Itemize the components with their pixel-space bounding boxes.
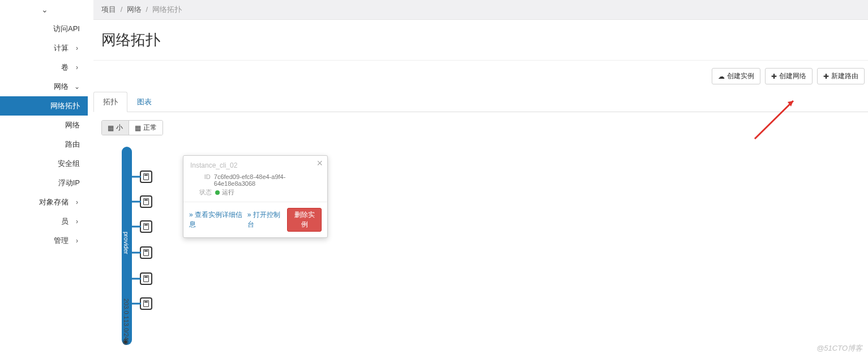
server-icon	[143, 223, 149, 230]
sidebar-item-object-storage[interactable]: 对象存储 ›	[0, 193, 88, 212]
grid-icon: ▦	[135, 124, 141, 132]
create-router-button[interactable]: ✚ 新建路由	[817, 68, 865, 84]
chevron-down-icon: ⌄	[74, 83, 80, 91]
cloud-upload-icon: ☁	[718, 73, 725, 80]
sidebar-item-admin[interactable]: 管理 ›	[0, 231, 88, 250]
instance-node[interactable]	[140, 272, 152, 285]
watermark: @51CTO博客	[816, 343, 862, 353]
chevron-right-icon: ›	[74, 198, 80, 206]
plus-icon: ✚	[823, 73, 829, 80]
popover-status-label: 状态	[190, 188, 215, 197]
sidebar-item-network[interactable]: 网络 ⌄	[0, 77, 88, 96]
chevron-right-icon: ›	[74, 218, 80, 225]
globe-icon: ◉	[122, 337, 129, 346]
chevron-right-icon: ›	[74, 63, 80, 71]
sidebar-item-floating-ips[interactable]: 浮动IP	[0, 173, 88, 193]
tab-row: 拓扑 图表	[93, 92, 868, 112]
chevron-down-icon: ⌄	[41, 5, 47, 14]
status-dot-icon	[215, 190, 220, 195]
popover-title: Instance_cli_02	[183, 156, 327, 173]
sidebar-api-link[interactable]: 访问API	[0, 19, 88, 39]
instance-node[interactable]	[140, 171, 152, 183]
instance-node[interactable]	[140, 220, 152, 233]
sidebar-item-routers[interactable]: 路由	[0, 135, 88, 154]
close-icon[interactable]: ×	[317, 158, 323, 168]
topology-canvas: provider 203.0.113.0/24 ◉ × Instance_cli…	[116, 147, 868, 358]
popover-id-value: 7c6fed09-efc8-48e4-a9f4-64e18e8a3068	[214, 173, 320, 187]
sidebar-item-networks[interactable]: 网络	[0, 116, 88, 135]
open-console-link[interactable]: » 打开控制台	[247, 210, 283, 229]
popover-id-label: ID	[190, 173, 214, 187]
sidebar: ⌄ 访问API 计算 › 卷 › 网络 ⌄ 网络拓扑 网络 路由 安全组 浮动I…	[0, 0, 88, 358]
grid-icon: ▦	[108, 124, 114, 132]
network-cidr-label: 203.0.113.0/24	[123, 299, 130, 340]
delete-instance-button[interactable]: 删除实例	[287, 208, 322, 232]
view-size-toggle: ▦ 小 ▦ 正常	[101, 120, 163, 135]
tab-topology[interactable]: 拓扑	[93, 92, 127, 112]
server-icon	[143, 300, 149, 307]
page-title: 网络拓扑	[93, 20, 868, 61]
plus-icon: ✚	[771, 73, 777, 80]
server-icon	[143, 198, 149, 205]
instance-node[interactable]	[140, 246, 152, 259]
breadcrumb: 项目 / 网络 / 网络拓扑	[93, 0, 868, 20]
create-instance-button[interactable]: ☁ 创建实例	[712, 68, 760, 84]
action-bar: ☁ 创建实例 ✚ 创建网络 ✚ 新建路由	[712, 68, 865, 84]
sidebar-collapse-toggle[interactable]: ⌄	[0, 0, 88, 19]
instance-node[interactable]	[140, 297, 152, 310]
popover-status-value: 运行	[215, 188, 234, 197]
breadcrumb-network[interactable]: 网络	[127, 5, 142, 14]
server-icon	[143, 275, 149, 282]
create-network-button[interactable]: ✚ 创建网络	[765, 68, 813, 84]
tab-chart[interactable]: 图表	[127, 92, 161, 112]
sidebar-item-network-topology[interactable]: 网络拓扑	[0, 96, 88, 116]
chevron-right-icon: ›	[74, 44, 80, 52]
instance-popover: × Instance_cli_02 ID 7c6fed09-efc8-48e4-…	[183, 155, 328, 238]
view-normal-button[interactable]: ▦ 正常	[129, 121, 163, 135]
sidebar-item-volume[interactable]: 卷 ›	[0, 58, 88, 77]
server-icon	[143, 249, 149, 256]
main-content: 项目 / 网络 / 网络拓扑 网络拓扑 ☁ 创建实例 ✚ 创建网络 ✚ 新建路由…	[88, 0, 868, 358]
view-small-button[interactable]: ▦ 小	[102, 121, 129, 135]
network-name-label: provider	[123, 232, 130, 254]
breadcrumb-current: 网络拓扑	[152, 5, 182, 14]
server-icon	[143, 173, 149, 180]
instance-node[interactable]	[140, 195, 152, 208]
sidebar-item-compute[interactable]: 计算 ›	[0, 39, 88, 58]
chevron-right-icon: ›	[74, 237, 80, 245]
sidebar-item-member[interactable]: 员 ›	[0, 212, 88, 231]
view-instance-detail-link[interactable]: » 查看实例详细信息	[189, 210, 243, 229]
sidebar-item-security-groups[interactable]: 安全组	[0, 154, 88, 173]
breadcrumb-project[interactable]: 项目	[101, 5, 116, 14]
